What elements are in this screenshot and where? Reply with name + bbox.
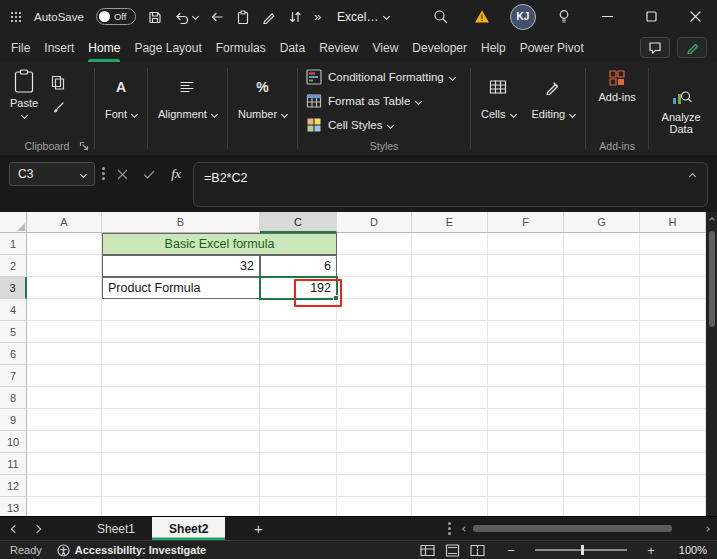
autosave-toggle[interactable]: Off bbox=[96, 8, 136, 25]
tab-view[interactable]: View bbox=[366, 33, 406, 62]
font-group-button[interactable]: A Font bbox=[97, 62, 145, 155]
page-break-view-button[interactable] bbox=[469, 543, 485, 557]
tab-help[interactable]: Help bbox=[474, 33, 513, 62]
cell-C2[interactable]: 6 bbox=[260, 255, 337, 277]
cell-styles-button[interactable]: Cell Styles bbox=[306, 113, 468, 137]
vertical-scrollbar-thumb[interactable] bbox=[709, 231, 715, 327]
tab-insert[interactable]: Insert bbox=[37, 33, 81, 62]
tab-review[interactable]: Review bbox=[312, 33, 365, 62]
add-sheet-button[interactable]: + bbox=[249, 517, 267, 540]
formula-input[interactable]: =B2*C2 bbox=[193, 162, 708, 207]
format-as-table-button[interactable]: Format as Table bbox=[306, 89, 468, 113]
redo-button[interactable] bbox=[210, 10, 224, 24]
addins-button[interactable]: Add-ins bbox=[588, 62, 646, 103]
editing-group-button[interactable]: Editing bbox=[524, 62, 584, 155]
sheet-tab-sheet1[interactable]: Sheet1 bbox=[80, 517, 152, 540]
format-painter-button[interactable] bbox=[48, 100, 68, 116]
scroll-left-icon[interactable] bbox=[462, 526, 468, 532]
horizontal-scrollbar[interactable] bbox=[455, 525, 717, 533]
editing-mode-button[interactable] bbox=[677, 37, 707, 58]
more-commands-icon[interactable]: » bbox=[314, 9, 321, 24]
horizontal-scroll-track[interactable] bbox=[473, 525, 699, 533]
next-sheet-icon[interactable] bbox=[33, 524, 41, 532]
row-header-9[interactable]: 9 bbox=[0, 409, 27, 431]
column-header-D[interactable]: D bbox=[337, 212, 412, 233]
cell-B3[interactable]: Product Formula bbox=[102, 277, 260, 299]
paste-quick-button[interactable] bbox=[236, 10, 250, 24]
tab-data[interactable]: Data bbox=[273, 33, 312, 62]
column-header-H[interactable]: H bbox=[640, 212, 706, 233]
tab-developer[interactable]: Developer bbox=[405, 33, 474, 62]
insert-function-button[interactable]: fx bbox=[166, 162, 186, 186]
zoom-in-button[interactable]: + bbox=[644, 543, 658, 558]
analyze-data-button[interactable]: Analyze Data bbox=[651, 62, 711, 155]
vertical-scrollbar[interactable] bbox=[706, 212, 717, 516]
row-header-6[interactable]: 6 bbox=[0, 343, 27, 365]
maximize-button[interactable] bbox=[629, 0, 673, 33]
conditional-formatting-button[interactable]: Conditional Formatting bbox=[306, 65, 468, 89]
row-header-12[interactable]: 12 bbox=[0, 475, 27, 497]
horizontal-scrollbar-thumb[interactable] bbox=[473, 525, 672, 532]
copy-button[interactable] bbox=[48, 74, 68, 90]
cancel-button[interactable] bbox=[112, 162, 132, 186]
zoom-out-button[interactable]: − bbox=[504, 543, 518, 558]
column-header-A[interactable]: A bbox=[27, 212, 102, 233]
tab-file[interactable]: File bbox=[4, 33, 37, 62]
tab-page-layout[interactable]: Page Layout bbox=[127, 33, 208, 62]
row-header-13[interactable]: 13 bbox=[0, 497, 27, 516]
scroll-right-icon[interactable] bbox=[704, 526, 710, 532]
tips-button[interactable] bbox=[543, 0, 585, 33]
minimize-button[interactable] bbox=[585, 0, 629, 33]
collapse-formula-bar-icon[interactable] bbox=[689, 173, 696, 180]
tab-home[interactable]: Home bbox=[81, 33, 127, 62]
app-launcher-icon[interactable] bbox=[10, 11, 22, 23]
row-header-10[interactable]: 10 bbox=[0, 431, 27, 453]
cell-B2[interactable]: 32 bbox=[102, 255, 260, 277]
column-header-B[interactable]: B bbox=[102, 212, 260, 233]
tab-formulas[interactable]: Formulas bbox=[209, 33, 273, 62]
clipboard-dialog-launcher-icon[interactable] bbox=[77, 139, 90, 152]
tab-power-pivot[interactable]: Power Pivot bbox=[513, 33, 591, 62]
name-box[interactable]: C3 bbox=[9, 162, 95, 186]
warning-button[interactable] bbox=[461, 0, 503, 33]
cell-B1[interactable]: Basic Excel formula bbox=[102, 233, 337, 255]
row-header-7[interactable]: 7 bbox=[0, 365, 27, 387]
comments-button[interactable] bbox=[640, 37, 670, 58]
close-button[interactable] bbox=[673, 0, 717, 33]
cells-group-button[interactable]: Cells bbox=[473, 62, 523, 155]
row-header-3[interactable]: 3 bbox=[0, 277, 27, 299]
zoom-percentage[interactable]: 100% bbox=[673, 544, 707, 556]
scroll-up-icon[interactable] bbox=[709, 217, 715, 223]
row-header-8[interactable]: 8 bbox=[0, 387, 27, 409]
draw-quick-button[interactable] bbox=[262, 10, 276, 24]
save-button[interactable] bbox=[148, 10, 162, 24]
row-header-1[interactable]: 1 bbox=[0, 233, 27, 255]
page-layout-view-button[interactable] bbox=[444, 543, 460, 557]
normal-view-button[interactable] bbox=[419, 543, 435, 557]
row-header-2[interactable]: 2 bbox=[0, 255, 27, 277]
sheetbar-menu-icon[interactable] bbox=[448, 527, 451, 530]
select-all-corner[interactable] bbox=[0, 212, 27, 233]
column-header-E[interactable]: E bbox=[412, 212, 488, 233]
row-header-5[interactable]: 5 bbox=[0, 321, 27, 343]
zoom-slider-thumb[interactable] bbox=[581, 545, 584, 555]
sheet-tab-sheet2[interactable]: Sheet2 bbox=[152, 517, 225, 540]
row-header-11[interactable]: 11 bbox=[0, 453, 27, 475]
accessibility-status[interactable]: Accessibility: Investigate bbox=[57, 544, 206, 557]
workbook-title-button[interactable]: Excel… bbox=[337, 10, 389, 24]
paste-button[interactable]: Paste bbox=[2, 67, 46, 118]
avatar-initials: KJ bbox=[517, 11, 530, 22]
column-header-C[interactable]: C bbox=[260, 212, 337, 233]
row-header-4[interactable]: 4 bbox=[0, 299, 27, 321]
avatar[interactable]: KJ bbox=[510, 4, 536, 30]
alignment-group-button[interactable]: Alignment bbox=[150, 62, 225, 155]
undo-button[interactable] bbox=[174, 10, 198, 24]
column-header-F[interactable]: F bbox=[488, 212, 564, 233]
sort-quick-button[interactable] bbox=[288, 10, 302, 24]
number-group-button[interactable]: % Number bbox=[230, 62, 295, 155]
prev-sheet-icon[interactable] bbox=[11, 524, 19, 532]
enter-button[interactable] bbox=[139, 162, 159, 186]
zoom-slider[interactable] bbox=[535, 549, 627, 551]
column-header-G[interactable]: G bbox=[564, 212, 640, 233]
search-button[interactable] bbox=[419, 0, 461, 33]
